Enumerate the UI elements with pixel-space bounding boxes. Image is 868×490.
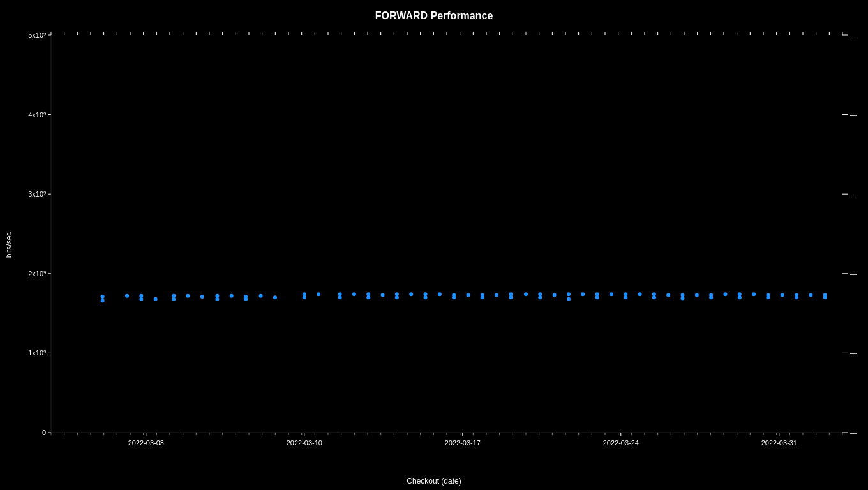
data-dot [624, 295, 627, 299]
svg-text:2022-03-10: 2022-03-10 [287, 439, 322, 447]
data-dot [709, 295, 713, 299]
data-dot [438, 292, 442, 296]
svg-text:—: — [850, 349, 857, 357]
data-dot [215, 297, 219, 301]
data-dot [172, 297, 176, 301]
data-dot [409, 292, 413, 296]
data-dot [186, 294, 190, 298]
data-dot [610, 292, 613, 296]
svg-text:2022-03-31: 2022-03-31 [761, 439, 797, 447]
data-dot [381, 293, 385, 297]
data-dot [424, 295, 428, 299]
svg-text:4x10⁹: 4x10⁹ [28, 111, 46, 119]
svg-text:5x10⁹: 5x10⁹ [28, 31, 46, 39]
data-dot [244, 297, 248, 301]
data-dot [303, 295, 306, 299]
data-dot [567, 297, 571, 301]
data-dot [738, 295, 742, 299]
data-dot [595, 295, 599, 299]
data-dot [652, 295, 656, 299]
data-dot [553, 293, 557, 297]
svg-text:—: — [850, 429, 857, 436]
data-dot [495, 293, 498, 297]
svg-text:0: 0 [42, 429, 46, 436]
data-dot [581, 292, 585, 296]
data-dot [766, 295, 770, 299]
data-dot [795, 295, 798, 299]
data-dot [352, 292, 356, 296]
svg-text:2022-03-03: 2022-03-03 [128, 439, 164, 447]
data-dot [338, 295, 342, 299]
chart-container: FORWARD Performancebits/secCheckout (dat… [0, 0, 868, 490]
data-dot [101, 299, 105, 302]
chart-title: FORWARD Performance [375, 10, 493, 21]
data-dot [752, 292, 756, 296]
x-axis-label: Checkout (date) [407, 477, 461, 486]
data-dot [723, 292, 727, 296]
data-dot [200, 295, 204, 299]
data-dot [101, 295, 105, 299]
data-dot [273, 295, 277, 299]
data-dot [125, 294, 129, 298]
data-dot [452, 295, 456, 299]
data-dot [259, 294, 263, 298]
data-dot [695, 293, 699, 297]
svg-text:3x10⁹: 3x10⁹ [28, 190, 46, 198]
data-dot [666, 293, 670, 297]
data-dot [317, 292, 320, 296]
svg-text:—: — [850, 111, 857, 119]
data-dot [524, 292, 528, 296]
svg-text:—: — [850, 270, 857, 278]
data-dot [567, 292, 571, 296]
svg-text:1x10⁹: 1x10⁹ [28, 349, 46, 357]
y-axis-label: bits/sec [4, 232, 13, 258]
svg-text:2022-03-24: 2022-03-24 [603, 439, 639, 447]
svg-text:2022-03-17: 2022-03-17 [445, 439, 481, 447]
data-dot [481, 295, 484, 299]
data-dot [781, 293, 784, 297]
data-dot [154, 297, 158, 301]
data-dot [230, 294, 234, 298]
data-dot [823, 295, 827, 299]
chart-svg: FORWARD Performancebits/secCheckout (dat… [0, 0, 868, 490]
data-dot [809, 293, 812, 297]
svg-rect-0 [0, 0, 868, 490]
data-dot [466, 293, 470, 297]
data-dot [638, 292, 642, 296]
svg-text:2x10⁹: 2x10⁹ [28, 270, 46, 278]
data-dot [509, 295, 513, 299]
data-dot [139, 297, 143, 301]
data-dot [366, 295, 370, 299]
data-dot [681, 296, 685, 300]
data-dot [395, 295, 399, 299]
svg-text:—: — [850, 190, 857, 198]
data-dot [538, 295, 542, 299]
svg-text:—: — [850, 31, 857, 39]
